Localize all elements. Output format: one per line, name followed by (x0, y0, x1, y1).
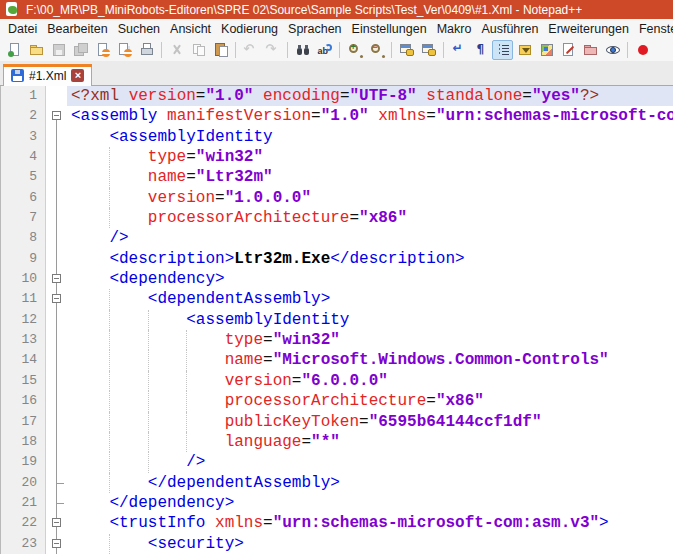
monitoring-button[interactable] (602, 40, 623, 60)
token-attr: processorArchitecture (148, 209, 350, 227)
code-text[interactable]: /> (67, 228, 673, 248)
code-text[interactable]: version="1.0.0.0" (67, 188, 673, 208)
new-file-button[interactable] (4, 40, 25, 60)
zoom-in-icon (347, 42, 363, 58)
fold-margin (46, 228, 67, 248)
token-tag: </description> (330, 250, 464, 268)
folder-as-workspace-button[interactable] (580, 40, 601, 60)
cut-button[interactable] (166, 40, 187, 60)
code-text[interactable]: <?xml version="1.0" encoding="UTF-8" sta… (67, 86, 673, 106)
menu-erweiterungen[interactable]: Erweiterungen (543, 22, 634, 36)
record-macro-button[interactable] (632, 40, 653, 60)
code-text[interactable]: <assemblyIdentity (67, 127, 673, 147)
editor-line-1: 1<?xml version="1.0" encoding="UTF-8" st… (1, 86, 673, 106)
redo-button[interactable] (262, 40, 283, 60)
code-text[interactable]: </dependency> (67, 493, 673, 513)
fold-collapse-marker[interactable] (46, 269, 67, 289)
token-eq: = (522, 87, 532, 105)
document-list-button[interactable] (558, 40, 579, 60)
code-text[interactable]: processorArchitecture="x86" (67, 208, 673, 228)
menu-kodierung[interactable]: Kodierung (216, 22, 283, 36)
menu-datei[interactable]: Datei (3, 22, 42, 36)
titlebar[interactable]: F:\00_MR\PB_MiniRobots-Editoren\SPRE 02\… (0, 0, 673, 19)
menubar: DateiBearbeitenSuchenAnsichtKodierungSpr… (0, 19, 673, 38)
close-all-button[interactable] (114, 40, 135, 60)
code-text[interactable]: <dependency> (67, 269, 673, 289)
token-plain (157, 107, 167, 125)
fold-collapse-marker[interactable] (46, 106, 67, 126)
fold-collapse-marker[interactable] (46, 534, 67, 554)
line-number: 22 (1, 513, 46, 533)
function-list-button[interactable] (514, 40, 535, 60)
saved-state-icon (11, 69, 24, 82)
line-number: 17 (1, 412, 46, 432)
code-text[interactable]: </dependentAssembly> (67, 473, 673, 493)
word-wrap-button[interactable] (448, 40, 469, 60)
code-text[interactable]: <trustInfo xmlns="urn:schemas-microsoft-… (67, 513, 673, 533)
fold-collapse-marker[interactable] (46, 289, 67, 309)
code-text[interactable]: <security> (67, 534, 673, 554)
code-text[interactable]: <dependentAssembly> (67, 289, 673, 309)
sync-vertical-scroll-button[interactable] (396, 40, 417, 60)
print-button[interactable] (136, 40, 157, 60)
code-text[interactable]: name="Microsoft.Windows.Common-Controls" (67, 350, 673, 370)
menu-ansicht[interactable]: Ansicht (165, 22, 216, 36)
indent-guide (148, 350, 149, 370)
menu-suchen[interactable]: Suchen (113, 22, 165, 36)
close-all-icon (117, 42, 133, 58)
find-button[interactable] (292, 40, 313, 60)
menu-einstellungen[interactable]: Einstellungen (347, 22, 432, 36)
code-text[interactable]: type="win32" (67, 147, 673, 167)
paste-button[interactable] (210, 40, 231, 60)
code-text[interactable]: /> (67, 452, 673, 472)
find-icon (295, 42, 311, 58)
sync-horizontal-scroll-button[interactable] (418, 40, 439, 60)
token-plain (71, 494, 109, 512)
editor-line-11: 11 <dependentAssembly> (1, 289, 673, 309)
token-val: "win32" (273, 331, 340, 349)
code-text[interactable]: version="6.0.0.0" (67, 371, 673, 391)
menu-makro[interactable]: Makro (432, 22, 477, 36)
save-file-button[interactable] (48, 40, 69, 60)
code-text[interactable]: <description>Ltr32m.Exe</description> (67, 249, 673, 269)
save-all-button[interactable] (70, 40, 91, 60)
menu-bearbeiten[interactable]: Bearbeiten (42, 22, 112, 36)
open-file-button[interactable] (26, 40, 47, 60)
function-list-icon (517, 42, 533, 58)
zoom-out-button[interactable] (366, 40, 387, 60)
undo-button[interactable] (240, 40, 261, 60)
token-plain (71, 514, 109, 532)
show-all-characters-button[interactable] (470, 40, 491, 60)
document-map-button[interactable] (536, 40, 557, 60)
menu-ausführen[interactable]: Ausführen (476, 22, 543, 36)
replace-button[interactable] (314, 40, 335, 60)
line-number: 3 (1, 127, 46, 147)
code-text[interactable]: name="Ltr32m" (67, 167, 673, 187)
code-text[interactable]: language="*" (67, 432, 673, 452)
tab-close-icon[interactable] (71, 69, 84, 82)
code-text[interactable]: type="win32" (67, 330, 673, 350)
menu-sprachen[interactable]: Sprachen (283, 22, 347, 36)
close-file-button[interactable] (92, 40, 113, 60)
menu-fenster[interactable]: Fenster (634, 22, 673, 36)
fold-collapse-marker[interactable] (46, 513, 67, 533)
indent-guide (109, 147, 110, 167)
token-tag: <dependentAssembly> (148, 290, 330, 308)
code-text[interactable]: <assemblyIdentity (67, 310, 673, 330)
zoom-in-button[interactable] (344, 40, 365, 60)
token-eq: = (359, 413, 369, 431)
editor-line-18: 18 language="*" (1, 432, 673, 452)
code-text[interactable]: <assembly manifestVersion="1.0" xmlns="u… (67, 106, 673, 126)
document-map-icon (539, 42, 555, 58)
token-eq: = (426, 392, 436, 410)
show-indent-guide-button[interactable] (492, 40, 513, 60)
fold-margin (46, 350, 67, 370)
token-tag: </dependentAssembly> (148, 474, 340, 492)
line-number: 7 (1, 208, 46, 228)
code-text[interactable]: processorArchitecture="x86" (67, 391, 673, 411)
code-text[interactable]: publicKeyToken="6595b64144ccf1df" (67, 412, 673, 432)
indent-guide (148, 330, 149, 350)
copy-button[interactable] (188, 40, 209, 60)
token-plain (71, 453, 186, 471)
tab-#1.Xml[interactable]: #1.Xml (3, 64, 92, 86)
